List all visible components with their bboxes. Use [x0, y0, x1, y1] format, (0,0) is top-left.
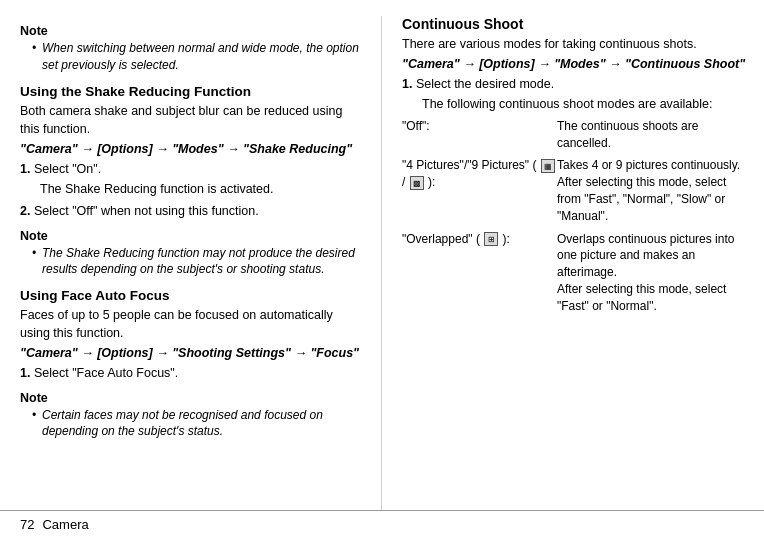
note3-list: Certain faces may not be recognised and …: [20, 407, 363, 441]
section1-menu: "Camera" → [Options] → "Modes" → "Shake …: [20, 142, 363, 156]
note3-item1: Certain faces may not be recognised and …: [32, 407, 363, 441]
mode-off-val: The continuous shoots are cancelled.: [557, 118, 746, 152]
section2-body: Faces of up to 5 people can be focused o…: [20, 306, 363, 342]
right-step1-indent: The following continuous shoot modes are…: [402, 96, 746, 114]
overlap-icon: ⊞: [484, 232, 498, 246]
mode-4pic-key: "4 Pictures"/"9 Pictures" ( ▦ / ▩ ):: [402, 157, 557, 191]
section2-heading: Using Face Auto Focus: [20, 288, 363, 303]
page-content: Note When switching between normal and w…: [0, 0, 764, 510]
step1: 1. Select "On".: [20, 160, 363, 178]
mode-overlap-row: "Overlapped" ( ⊞ ): Overlaps continuous …: [402, 231, 746, 315]
left-column: Note When switching between normal and w…: [0, 16, 382, 510]
note1-label: Note: [20, 24, 363, 38]
step2: 2. Select "Off" when not using this func…: [20, 202, 363, 220]
right-heading: Continuous Shoot: [402, 16, 746, 32]
right-step1: 1. Select the desired mode.: [402, 75, 746, 93]
mode-table: "Off": The continuous shoots are cancell…: [402, 118, 746, 315]
right-column: Continuous Shoot There are various modes…: [382, 16, 764, 510]
footer-section-label: Camera: [42, 517, 88, 532]
step1-indent: The Shake Reducing function is activated…: [20, 181, 363, 199]
section2-menu: "Camera" → [Options] → "Shooting Setting…: [20, 346, 363, 360]
note3-label: Note: [20, 391, 363, 405]
note1-item1: When switching between normal and wide m…: [32, 40, 363, 74]
4pic-icon2: ▩: [410, 176, 424, 190]
section1-heading: Using the Shake Reducing Function: [20, 84, 363, 99]
page-number: 72: [20, 517, 34, 532]
mode-4pic-val: Takes 4 or 9 pictures continuously. Afte…: [557, 157, 746, 224]
footer: 72 Camera: [0, 510, 764, 538]
note2-item1: The Shake Reducing function may not prod…: [32, 245, 363, 279]
mode-overlap-val: Overlaps continuous pictures into one pi…: [557, 231, 746, 315]
step3: 1. Select "Face Auto Focus".: [20, 364, 363, 382]
note2-list: The Shake Reducing function may not prod…: [20, 245, 363, 279]
mode-off-key: "Off":: [402, 118, 557, 135]
4pic-icon1: ▦: [541, 159, 555, 173]
note2-label: Note: [20, 229, 363, 243]
mode-overlap-key: "Overlapped" ( ⊞ ):: [402, 231, 557, 248]
right-menu: "Camera" → [Options] → "Modes" → "Contin…: [402, 57, 746, 71]
section1-body: Both camera shake and subject blur can b…: [20, 102, 363, 138]
right-intro: There are various modes for taking conti…: [402, 35, 746, 53]
mode-4pic-row: "4 Pictures"/"9 Pictures" ( ▦ / ▩ ): Tak…: [402, 157, 746, 224]
note1-list: When switching between normal and wide m…: [20, 40, 363, 74]
mode-off-row: "Off": The continuous shoots are cancell…: [402, 118, 746, 152]
